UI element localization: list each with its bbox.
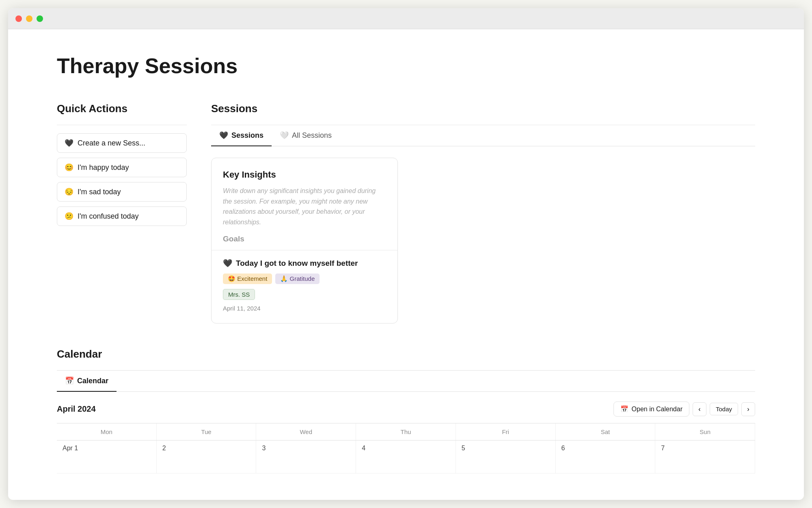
create-session-label: Create a new Sess... — [78, 139, 145, 148]
calendar-tabs: 📅 Calendar — [57, 371, 755, 392]
calendar-month: April 2024 — [57, 404, 96, 414]
day-tue: Tue — [157, 423, 257, 440]
day-wed: Wed — [256, 423, 356, 440]
maximize-button[interactable] — [37, 15, 43, 22]
key-insights-placeholder: Write down any significant insights you … — [223, 186, 386, 227]
sessions-tab-emoji: 🖤 — [219, 131, 228, 140]
calendar-tab-label: Calendar — [77, 377, 108, 385]
open-calendar-button[interactable]: 📅 Open in Calendar — [613, 402, 689, 417]
goals-title: Goals — [223, 234, 386, 243]
titlebar — [8, 8, 804, 29]
session-card: Key Insights Write down any significant … — [211, 158, 398, 323]
tab-sessions[interactable]: 🖤 Sessions — [211, 125, 272, 146]
key-insights-title: Key Insights — [223, 169, 386, 180]
calendar-days-header: Mon Tue Wed Thu Fri Sat Sun — [57, 423, 755, 441]
calendar-title: Calendar — [57, 348, 755, 360]
today-button[interactable]: Today — [710, 403, 738, 415]
page-title: Therapy Sessions — [57, 54, 755, 78]
calendar-icon: 📅 — [620, 405, 628, 413]
close-button[interactable] — [15, 15, 22, 22]
happy-button[interactable]: 😊 I'm happy today — [57, 158, 187, 177]
sad-icon: 😔 — [65, 187, 73, 196]
card-divider — [212, 250, 397, 250]
all-sessions-tab-label: All Sessions — [292, 131, 332, 140]
minimize-button[interactable] — [26, 15, 32, 22]
tab-calendar[interactable]: 📅 Calendar — [57, 371, 117, 392]
cell-apr1[interactable]: Apr 1 — [57, 441, 157, 473]
all-sessions-tab-emoji: 🤍 — [280, 131, 289, 140]
calendar-header: April 2024 📅 Open in Calendar ‹ Today › — [57, 392, 755, 423]
session-tags: 🤩 Excitement 🙏 Gratitude — [223, 274, 386, 284]
calendar-grid: Mon Tue Wed Thu Fri Sat Sun Apr 1 2 3 4 … — [57, 423, 755, 473]
day-mon: Mon — [57, 423, 157, 440]
quick-actions-list: 🖤 Create a new Sess... 😊 I'm happy today… — [57, 133, 187, 226]
cell-apr7[interactable]: 7 — [655, 441, 755, 473]
sad-label: I'm sad today — [78, 188, 121, 196]
day-fri: Fri — [456, 423, 556, 440]
calendar-section: Calendar 📅 Calendar April 2024 📅 Open in… — [57, 348, 755, 473]
cell-apr6[interactable]: 6 — [556, 441, 656, 473]
confused-label: I'm confused today — [78, 212, 139, 221]
session-entry: 🖤 Today I got to know myself better 🤩 Ex… — [223, 257, 386, 312]
confused-button[interactable]: 😕 I'm confused today — [57, 206, 187, 226]
confused-icon: 😕 — [65, 212, 73, 221]
quick-actions-title: Quick Actions — [57, 102, 187, 115]
person-label: Mrs. SS — [228, 291, 250, 298]
sessions-tabs: 🖤 Sessions 🤍 All Sessions — [211, 125, 755, 146]
page-content: Therapy Sessions Quick Actions 🖤 Create … — [8, 29, 804, 498]
prev-month-button[interactable]: ‹ — [693, 402, 706, 416]
next-month-button[interactable]: › — [741, 402, 755, 416]
calendar-row-1: Apr 1 2 3 4 5 6 7 — [57, 441, 755, 473]
happy-icon: 😊 — [65, 163, 73, 172]
create-icon: 🖤 — [65, 139, 73, 148]
open-calendar-label: Open in Calendar — [632, 406, 682, 413]
calendar-tab-emoji: 📅 — [65, 376, 74, 385]
sad-button[interactable]: 😔 I'm sad today — [57, 182, 187, 202]
main-grid: Quick Actions 🖤 Create a new Sess... 😊 I… — [57, 102, 755, 323]
create-session-button[interactable]: 🖤 Create a new Sess... — [57, 133, 187, 153]
session-person-tags: Mrs. SS — [223, 289, 386, 300]
session-entry-title: 🖤 Today I got to know myself better — [223, 258, 386, 268]
session-date: April 11, 2024 — [223, 305, 386, 312]
cell-apr4[interactable]: 4 — [356, 441, 456, 473]
quick-actions-panel: Quick Actions 🖤 Create a new Sess... 😊 I… — [57, 102, 187, 323]
tag-person[interactable]: Mrs. SS — [223, 289, 255, 300]
tag-excitement[interactable]: 🤩 Excitement — [223, 274, 272, 284]
session-title-emoji: 🖤 — [223, 258, 233, 268]
day-sat: Sat — [556, 423, 656, 440]
happy-label: I'm happy today — [78, 163, 129, 172]
sessions-tab-label: Sessions — [231, 131, 263, 140]
tab-all-sessions[interactable]: 🤍 All Sessions — [272, 125, 340, 146]
app-window: Therapy Sessions Quick Actions 🖤 Create … — [8, 8, 804, 500]
day-sun: Sun — [655, 423, 755, 440]
session-title-text: Today I got to know myself better — [236, 259, 358, 268]
day-thu: Thu — [356, 423, 456, 440]
tag-gratitude[interactable]: 🙏 Gratitude — [275, 274, 320, 284]
sessions-title: Sessions — [211, 102, 755, 115]
calendar-controls: 📅 Open in Calendar ‹ Today › — [613, 402, 755, 417]
cell-apr3[interactable]: 3 — [256, 441, 356, 473]
sessions-panel: Sessions 🖤 Sessions 🤍 All Sessions Key I… — [211, 102, 755, 323]
cell-apr5[interactable]: 5 — [456, 441, 556, 473]
cell-apr2[interactable]: 2 — [157, 441, 257, 473]
